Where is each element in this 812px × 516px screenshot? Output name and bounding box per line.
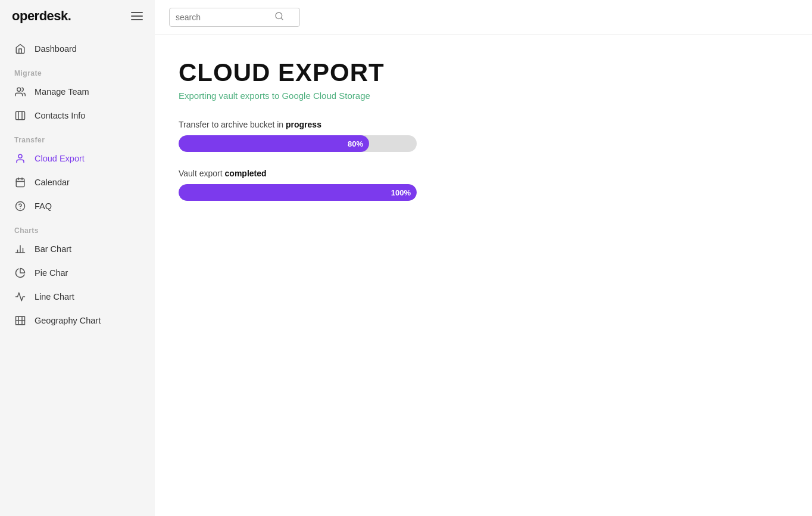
people-icon — [14, 86, 26, 98]
main-area: CLOUD EXPORT Exporting vault exports to … — [155, 0, 812, 516]
sidebar-item-label: Geography Chart — [35, 316, 101, 325]
line-chart-icon — [14, 291, 26, 303]
topbar — [155, 0, 812, 35]
sidebar-item-contacts-info[interactable]: Contacts Info — [0, 104, 155, 128]
person-icon — [14, 153, 26, 164]
sidebar-item-label: Bar Chart — [35, 244, 71, 254]
progress-section-1: Transfer to archive bucket in progress 8… — [179, 120, 788, 152]
sidebar-item-pie-chart[interactable]: Pie Char — [0, 261, 155, 285]
page-subtitle: Exporting vault exports to Google Cloud … — [179, 91, 788, 101]
contacts-icon — [14, 110, 26, 122]
sidebar-item-faq[interactable]: FAQ — [0, 194, 155, 218]
progress-label-1: Transfer to archive bucket in progress — [179, 120, 788, 129]
calendar-icon — [14, 176, 26, 188]
sidebar-item-cloud-export[interactable]: Cloud Export — [0, 147, 155, 170]
svg-point-0 — [17, 88, 21, 91]
bar-chart-icon — [14, 243, 26, 255]
search-wrap[interactable] — [169, 8, 300, 27]
app-logo: operdesk. — [12, 8, 71, 24]
sidebar-item-label: Cloud Export — [35, 154, 85, 163]
help-icon — [14, 200, 26, 212]
progress-label-2: Vault export completed — [179, 169, 788, 178]
sidebar-item-label: Manage Team — [35, 87, 89, 97]
section-charts: Charts — [0, 218, 155, 237]
svg-rect-1 — [16, 111, 25, 120]
map-icon — [14, 315, 26, 327]
sidebar-item-geography-chart[interactable]: Geography Chart — [0, 309, 155, 332]
section-transfer: Transfer — [0, 128, 155, 147]
svg-line-20 — [281, 18, 283, 20]
sidebar-item-label: Contacts Info — [35, 111, 85, 120]
progress-section-2: Vault export completed 100% — [179, 169, 788, 201]
svg-rect-5 — [16, 179, 24, 187]
sidebar-item-label: Calendar — [35, 178, 70, 187]
pie-chart-icon — [14, 267, 26, 279]
search-input[interactable] — [176, 13, 271, 22]
progress-bar-text-2: 100% — [391, 188, 411, 197]
sidebar-item-label: FAQ — [35, 201, 52, 211]
progress-bar-1: 80% — [179, 135, 417, 152]
sidebar-nav: Dashboard Migrate Manage Team Contacts I… — [0, 32, 155, 516]
progress-bar-2: 100% — [179, 184, 417, 201]
sidebar-item-line-chart[interactable]: Line Chart — [0, 285, 155, 309]
home-icon — [14, 43, 26, 55]
sidebar-item-label: Line Chart — [35, 292, 74, 301]
page-title: CLOUD EXPORT — [179, 58, 788, 87]
hamburger-button[interactable] — [131, 12, 143, 20]
sidebar: operdesk. Dashboard Migrate Manage Team — [0, 0, 155, 516]
sidebar-item-calendar[interactable]: Calendar — [0, 170, 155, 194]
page-content: CLOUD EXPORT Exporting vault exports to … — [155, 35, 812, 516]
search-icon — [274, 11, 284, 23]
sidebar-item-bar-chart[interactable]: Bar Chart — [0, 237, 155, 261]
progress-bar-fill-1: 80% — [179, 135, 369, 152]
sidebar-item-dashboard[interactable]: Dashboard — [0, 37, 155, 61]
sidebar-item-manage-team[interactable]: Manage Team — [0, 80, 155, 104]
sidebar-item-label: Pie Char — [35, 268, 68, 278]
progress-bar-fill-2: 100% — [179, 184, 417, 201]
sidebar-header: operdesk. — [0, 0, 155, 32]
section-migrate: Migrate — [0, 61, 155, 80]
progress-bar-text-1: 80% — [348, 139, 363, 148]
svg-point-4 — [18, 154, 22, 158]
sidebar-item-label: Dashboard — [35, 44, 77, 54]
